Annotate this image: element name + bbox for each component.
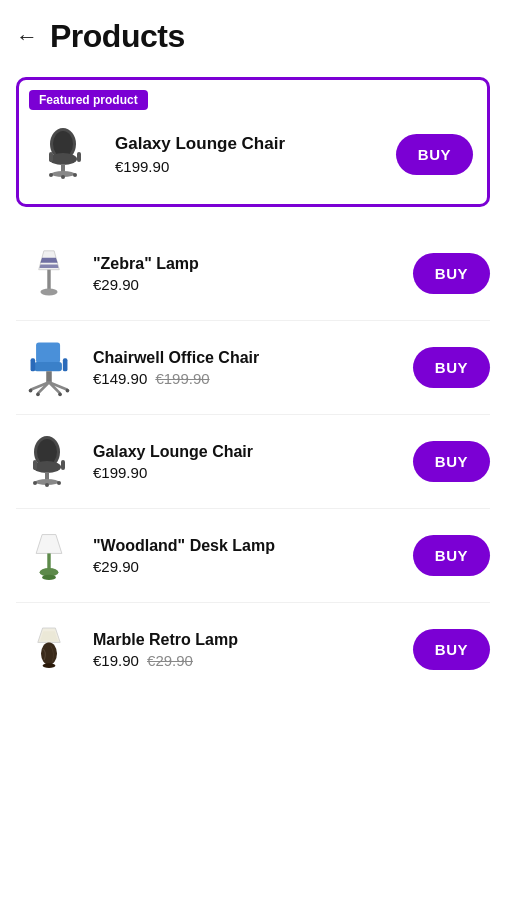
svg-point-42 [42, 574, 56, 579]
product-name: Galaxy Lounge Chair [93, 442, 413, 463]
featured-product-info: Galaxy Lounge Chair €199.90 [101, 133, 396, 174]
list-item: "Zebra" Lamp €29.90 BUY [16, 227, 490, 321]
product-name: Marble Retro Lamp [93, 630, 413, 651]
svg-point-30 [33, 461, 61, 473]
featured-product-name: Galaxy Lounge Chair [115, 133, 396, 155]
svg-rect-15 [36, 342, 60, 362]
list-item: Galaxy Lounge Chair €199.90 BUY [16, 415, 490, 509]
header: ← Products [0, 0, 506, 69]
svg-rect-33 [45, 472, 49, 480]
svg-rect-13 [47, 269, 50, 290]
svg-rect-5 [61, 164, 65, 172]
buy-button[interactable]: BUY [413, 347, 490, 388]
buy-button[interactable]: BUY [413, 441, 490, 482]
svg-point-47 [42, 663, 55, 668]
product-image [16, 335, 81, 400]
svg-rect-32 [61, 460, 65, 470]
svg-rect-4 [77, 152, 81, 162]
svg-rect-17 [30, 358, 35, 371]
svg-point-25 [65, 388, 69, 392]
svg-marker-12 [39, 264, 58, 267]
product-price: €199.90 [93, 464, 413, 481]
product-image [16, 523, 81, 588]
product-list: "Zebra" Lamp €29.90 BUY [16, 227, 490, 696]
list-item: "Woodland" Desk Lamp €29.90 BUY [16, 509, 490, 603]
svg-point-36 [57, 481, 61, 485]
product-price: €19.90 €29.90 [93, 652, 413, 669]
featured-product-image [29, 118, 101, 190]
product-image [16, 241, 81, 306]
product-info: "Zebra" Lamp €29.90 [81, 254, 413, 294]
svg-rect-31 [33, 460, 37, 470]
svg-point-14 [40, 288, 57, 295]
svg-point-46 [41, 642, 57, 664]
content: Featured product [0, 69, 506, 900]
svg-point-2 [49, 153, 77, 165]
featured-product-price: €199.90 [115, 158, 396, 175]
svg-point-35 [33, 481, 37, 485]
list-item: Marble Retro Lamp €19.90 €29.90 BUY [16, 603, 490, 696]
svg-point-7 [49, 173, 53, 177]
buy-button[interactable]: BUY [413, 253, 490, 294]
product-image [16, 429, 81, 494]
original-price: €199.90 [155, 370, 209, 387]
back-button[interactable]: ← [16, 26, 38, 48]
product-name: "Zebra" Lamp [93, 254, 413, 275]
svg-point-27 [58, 392, 62, 396]
product-info: Galaxy Lounge Chair €199.90 [81, 442, 413, 482]
featured-product-card: Featured product [16, 77, 490, 207]
featured-buy-button[interactable]: BUY [396, 134, 473, 175]
product-price: €29.90 [93, 276, 413, 293]
buy-button[interactable]: BUY [413, 535, 490, 576]
product-image [16, 617, 81, 682]
svg-point-37 [45, 483, 49, 487]
svg-point-9 [61, 175, 65, 179]
screen: ← Products Featured product [0, 0, 506, 900]
svg-rect-16 [34, 362, 62, 371]
svg-point-26 [36, 392, 40, 396]
product-info: Marble Retro Lamp €19.90 €29.90 [81, 630, 413, 670]
svg-point-8 [73, 173, 77, 177]
product-info: Chairwell Office Chair €149.90 €199.90 [81, 348, 413, 388]
svg-rect-3 [49, 152, 53, 162]
product-name: "Woodland" Desk Lamp [93, 536, 413, 557]
product-info: "Woodland" Desk Lamp €29.90 [81, 536, 413, 576]
product-price: €149.90 €199.90 [93, 370, 413, 387]
original-price: €29.90 [147, 652, 193, 669]
svg-marker-38 [36, 534, 62, 553]
svg-point-24 [28, 388, 32, 392]
svg-rect-18 [62, 358, 67, 371]
page-title: Products [50, 18, 185, 55]
product-price: €29.90 [93, 558, 413, 575]
list-item: Chairwell Office Chair €149.90 €199.90 B… [16, 321, 490, 415]
svg-rect-19 [46, 371, 52, 382]
svg-marker-11 [40, 257, 57, 262]
product-name: Chairwell Office Chair [93, 348, 413, 369]
buy-button[interactable]: BUY [413, 629, 490, 670]
featured-badge: Featured product [29, 90, 148, 110]
